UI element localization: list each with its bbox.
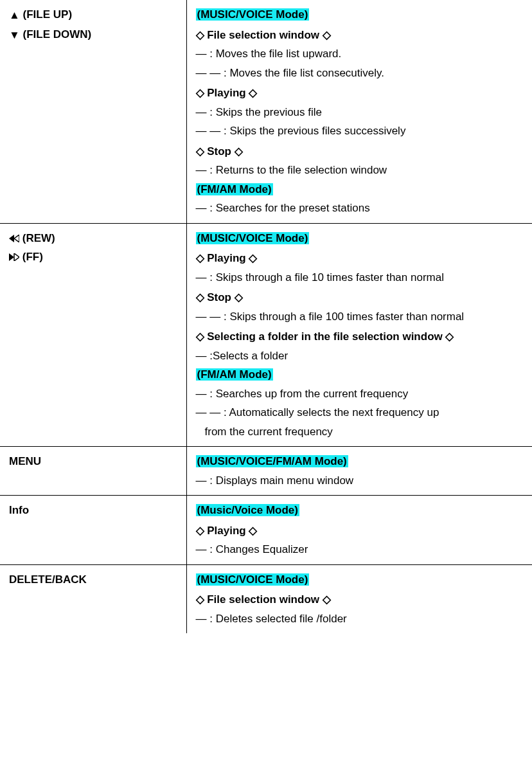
table-row: ▲ (FILE UP)▼ (FILE DOWN)(MUSIC/VOICE Mod… (0, 0, 532, 223)
description-line: — — : Moves the file list consecutively. (196, 65, 526, 82)
table-row: DELETE/BACK(MUSIC/VOICE Mode)◇ File sele… (0, 564, 532, 633)
mode-label: (MUSIC/VOICE/FM/AM Mode) (196, 453, 526, 470)
section-heading: ◇ Selecting a folder in the file selecti… (196, 328, 526, 345)
description-column: (Music/Voice Mode)◇ Playing ◇— : Changes… (186, 496, 532, 565)
table-row: Info (Music/Voice Mode)◇ Playing ◇— : Ch… (0, 496, 532, 565)
svg-marker-1 (14, 235, 19, 242)
button-label: DELETE/BACK (9, 572, 180, 588)
button-label: (FF) (9, 249, 180, 266)
triangle-up-icon: ▲ (9, 7, 20, 24)
button-column: Info (0, 496, 186, 565)
mode-label: (MUSIC/VOICE Mode) (196, 6, 526, 23)
mode-label: (MUSIC/VOICE Mode) (196, 230, 526, 247)
description-line: — : Skips the previous file (196, 104, 526, 121)
description-line: from the current frequency (196, 424, 526, 440)
mode-label: (FM/AM Mode) (196, 181, 526, 198)
section-heading: ◇ Stop ◇ (196, 289, 526, 306)
fast-forward-icon (9, 253, 19, 261)
section-heading: ◇ File selection window ◇ (196, 591, 526, 608)
mode-label: (Music/Voice Mode) (196, 502, 526, 519)
description-line: — :Selects a folder (196, 348, 526, 364)
svg-marker-2 (9, 253, 14, 261)
section-heading: ◇ Playing ◇ (196, 250, 526, 267)
description-line: — — : Skips through a file 100 times fas… (196, 309, 526, 325)
description-line: — — : Automatically selects the next fre… (196, 404, 526, 421)
button-column: MENU (0, 447, 186, 496)
description-column: (MUSIC/VOICE Mode)◇ Playing ◇— : Skips t… (186, 223, 532, 447)
mode-label: (MUSIC/VOICE Mode) (196, 572, 526, 588)
button-column: (REW) (FF) (0, 223, 186, 447)
description-column: (MUSIC/VOICE Mode)◇ File selection windo… (186, 0, 532, 223)
description-line: — : Skips through a file 10 times faster… (196, 269, 526, 286)
button-label: (REW) (9, 230, 180, 247)
description-line: — : Deletes selected file /folder (196, 611, 526, 627)
button-label: ▼ (FILE DOWN) (9, 26, 180, 44)
control-table: ▲ (FILE UP)▼ (FILE DOWN)(MUSIC/VOICE Mod… (0, 0, 532, 633)
table-row: (REW) (FF)(MUSIC/VOICE Mode)◇ Playing ◇—… (0, 223, 532, 447)
description-line: — : Moves the file list upward. (196, 46, 526, 62)
section-heading: ◇ Playing ◇ (196, 523, 526, 539)
button-label: Info (9, 502, 180, 519)
rewind-icon (9, 235, 19, 242)
description-line: — : Displays main menu window (196, 473, 526, 489)
section-heading: ◇ Playing ◇ (196, 85, 526, 102)
button-column: DELETE/BACK (0, 564, 186, 633)
button-label: ▲ (FILE UP) (9, 6, 180, 24)
section-heading: ◇ Stop ◇ (196, 143, 526, 160)
description-line: — : Searches up from the current frequen… (196, 386, 526, 402)
table-row: MENU(MUSIC/VOICE/FM/AM Mode)— : Displays… (0, 447, 532, 496)
button-label: MENU (9, 453, 180, 470)
description-line: — — : Skips the previous files successiv… (196, 123, 526, 140)
section-heading: ◇ File selection window ◇ (196, 27, 526, 44)
description-line: — : Changes Equalizer (196, 541, 526, 558)
description-column: (MUSIC/VOICE Mode)◇ File selection windo… (186, 564, 532, 633)
description-column: (MUSIC/VOICE/FM/AM Mode)— : Displays mai… (186, 447, 532, 496)
description-line: — : Returns to the file selection window (196, 162, 526, 179)
svg-marker-3 (14, 253, 19, 261)
mode-label: (FM/AM Mode) (196, 366, 526, 383)
triangle-down-icon: ▼ (9, 27, 20, 44)
button-column: ▲ (FILE UP)▼ (FILE DOWN) (0, 0, 186, 223)
description-line: — : Searches for the preset stations (196, 200, 526, 217)
